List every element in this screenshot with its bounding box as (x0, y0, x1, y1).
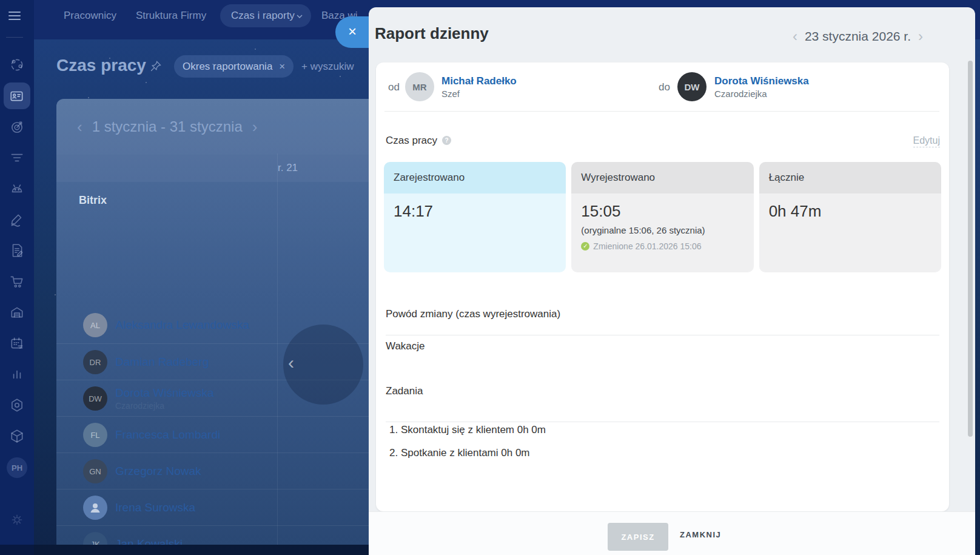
worktime-table-panel: ‹ 1 stycznia - 31 stycznia › r. 21 Bitri… (56, 99, 369, 545)
avatar: DR (83, 350, 107, 374)
from-person-link[interactable]: Michał Radełko (441, 75, 517, 87)
avatar: JK (83, 532, 107, 545)
table-row[interactable]: Irena Surowska (56, 489, 369, 526)
report-card: od MR Michał Radełko Szef do DW Dorota W… (376, 62, 949, 511)
page-bottom-shade (0, 545, 369, 555)
prev-period-icon[interactable]: ‹ (77, 118, 82, 136)
nav-item-struktura-firmy[interactable]: Struktura Firmy (136, 10, 206, 22)
column-header-date: r. 21 (278, 162, 298, 174)
table-row[interactable]: FL Francesca Lombardi (56, 416, 369, 453)
save-button[interactable]: ZAPISZ (608, 523, 668, 551)
filter-chip-label: Okres raportowania (183, 61, 272, 73)
unregistered-card-label: Wyrejestrowano (571, 162, 753, 193)
employee-name[interactable]: Irena Surowska (115, 501, 195, 514)
total-time: 0h 47m (769, 202, 931, 221)
edit-link[interactable]: Edytuj (913, 135, 940, 147)
next-day-icon[interactable]: › (918, 28, 923, 45)
task-item[interactable]: 2. Spotkanie z klientami 0h 0m (389, 447, 530, 459)
close-icon: × (348, 23, 357, 40)
avatar: FL (83, 423, 107, 447)
unregistered-card[interactable]: Wyrejestrowano 15:05 (oryginalne 15:06, … (571, 162, 753, 272)
to-person-link[interactable]: Dorota Wiśniewska (714, 75, 809, 87)
table-row[interactable]: JK Jan Kowalski (56, 525, 369, 545)
pin-icon[interactable] (150, 60, 162, 75)
tasks-section-label: Zadania (386, 385, 423, 397)
hexagon-icon[interactable] (9, 397, 25, 413)
close-button[interactable]: ZAMKNIJ (680, 530, 721, 539)
unregistered-time: 15:05 (581, 202, 743, 221)
nav-item-czas-i-raporty[interactable]: Czas i raporty (220, 4, 311, 27)
modal-title: Raport dzienny (375, 24, 489, 43)
prev-day-icon[interactable]: ‹ (793, 28, 797, 45)
total-card-label: Łącznie (759, 162, 941, 193)
warehouse-icon[interactable] (9, 304, 25, 320)
document-edit-icon[interactable] (9, 243, 25, 258)
chip-close-icon[interactable]: × (279, 61, 285, 73)
box-icon[interactable] (9, 428, 25, 444)
report-date-navigator: ‹ 23 stycznia 2026 r. › (793, 28, 923, 45)
next-period-icon[interactable]: › (252, 118, 258, 136)
cart-icon[interactable] (9, 274, 25, 289)
divider (386, 335, 939, 335)
menu-icon[interactable] (8, 12, 21, 21)
target-icon[interactable] (9, 119, 25, 135)
sidebar-divider (6, 37, 23, 38)
robot-icon[interactable] (9, 181, 25, 197)
divider (386, 422, 939, 422)
search-input[interactable]: + wyszukiw (301, 61, 354, 73)
avatar: DW (83, 386, 107, 411)
avatar: AL (83, 313, 107, 337)
report-date[interactable]: 23 stycznia 2026 r. (805, 29, 911, 44)
schedule-icon[interactable] (9, 335, 25, 351)
reason-value: Wakacje (386, 340, 425, 352)
employee-name[interactable]: Jan Kowalski (115, 537, 183, 545)
from-person-role: Szef (441, 89, 460, 99)
help-icon[interactable]: ? (442, 136, 451, 145)
from-to-row: od MR Michał Radełko Szef do DW Dorota W… (376, 62, 949, 111)
period-range[interactable]: 1 stycznia - 31 stycznia (92, 118, 243, 135)
work-time-section-label: Czas pracy? (386, 135, 451, 147)
funnel-icon[interactable] (9, 150, 25, 166)
period-selector: ‹ 1 stycznia - 31 stycznia › (56, 99, 369, 155)
avatar[interactable]: MR (405, 72, 434, 101)
time-cards-row: Zarejestrowano 14:17 Wyrejestrowano 15:0… (384, 162, 941, 272)
original-time-note: (oryginalne 15:06, 26 stycznia) (581, 225, 743, 235)
employee-name[interactable]: Damian Radeberg (115, 355, 209, 369)
pen-icon[interactable] (9, 212, 25, 227)
from-label: od (388, 81, 400, 93)
idcard-icon[interactable] (9, 88, 25, 104)
task-item[interactable]: 1. Skontaktuj się z klientem 0h 0m (389, 424, 546, 436)
gear-icon[interactable] (9, 512, 25, 528)
nav-item-pracownicy[interactable]: Pracownicy (64, 10, 116, 22)
filter-chip-okres-raportowania[interactable]: Okres raportowania × (174, 55, 294, 78)
avatar[interactable]: DW (677, 72, 706, 101)
daily-report-modal: Raport dzienny ‹ 23 stycznia 2026 r. › o… (369, 7, 975, 555)
bar-chart-icon[interactable] (9, 366, 25, 382)
group-label: Bitrix (79, 194, 107, 207)
to-label: do (659, 81, 670, 93)
table-row[interactable]: GN Grzegorz Nowak (56, 452, 369, 489)
employee-name[interactable]: Aleksandra Lewandowska (115, 318, 249, 332)
to-person-role: Czarodziejka (714, 89, 767, 99)
employee-name[interactable]: Grzegorz Nowak (115, 465, 201, 478)
share-network-icon[interactable] (9, 57, 25, 73)
employee-name[interactable]: Francesca Lombardi (115, 428, 220, 442)
registered-card-label: Zarejestrowano (384, 162, 566, 193)
page-title: Czas pracy (56, 56, 146, 75)
reason-section-label: Powód zmiany (czas wyrejestrowania) (386, 308, 560, 320)
left-sidebar: PH (0, 0, 34, 555)
modal-footer: ZAPISZ ZAMKNIJ (369, 511, 975, 555)
employee-name[interactable]: Dorota Wiśniewska (115, 386, 214, 400)
table-header-row: r. 21 (56, 155, 369, 182)
changed-note: ✓ Zmienione 26.01.2026 15:06 (581, 241, 743, 251)
avatar[interactable]: PH (7, 457, 27, 478)
default-avatar-icon (83, 496, 107, 520)
divider (384, 111, 939, 112)
registered-card[interactable]: Zarejestrowano 14:17 (384, 162, 566, 272)
total-card: Łącznie 0h 47m (759, 162, 941, 272)
panel-collapse-button[interactable]: ‹ (283, 325, 363, 405)
scrollbar[interactable] (968, 61, 973, 437)
avatar: GN (83, 459, 107, 483)
chevron-down-icon (297, 15, 303, 18)
check-icon: ✓ (581, 242, 589, 251)
